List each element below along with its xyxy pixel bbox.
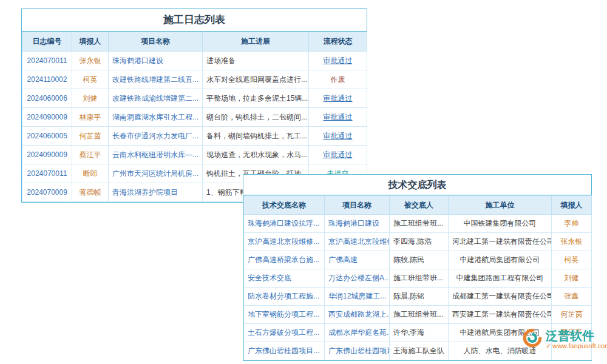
table-row: 2024070011张永银珠海鹤港口建设进场准备审批通过 [22, 52, 367, 70]
disclosee-cell: 施工班组带班... [390, 215, 449, 233]
column-header: 日志编号 [22, 32, 72, 52]
disclosee-cell: 施工班组带班... [390, 269, 449, 288]
column-header: 被交底人 [390, 196, 449, 215]
project-name-cell[interactable]: 万达办公楼左侧A... [325, 269, 390, 288]
log-id-cell[interactable]: 2024070011 [22, 164, 72, 183]
project-name-cell[interactable]: 改建铁路成渝线增建第二... [109, 89, 203, 108]
project-name-cell[interactable]: 广东佛山碧桂园项目 [325, 342, 390, 360]
disclosure-name-cell[interactable]: 广佛高速桥梁承台施... [244, 251, 325, 269]
reporter-cell: 何芷茵 [72, 127, 109, 146]
brand-name: 泛普软件 [546, 329, 607, 342]
construction-unit-cell: 河北建工第一建筑有限责任公司 [449, 233, 552, 251]
reporter-cell: 刘健 [552, 269, 592, 288]
project-name-cell[interactable]: 广佛高速 [325, 251, 390, 269]
table-header-row: 技术交底名称项目名称被交底人施工单位填报人 [244, 196, 592, 215]
project-name-cell[interactable]: 西安成都路龙湖上... [325, 306, 390, 324]
reporter-cell: 林康平 [72, 108, 109, 127]
status-cell[interactable]: 审批通过 [309, 127, 367, 146]
column-header: 流程状态 [309, 32, 367, 52]
reporter-cell: 柯英 [552, 251, 592, 269]
table-row: 2024110002柯英改建铁路线增建第二线直...水车对全线遮阳网覆盖点进行.… [22, 70, 367, 89]
disclosee-cell: 王海施工队全队 [390, 342, 449, 360]
construction-unit-cell: 中建集团路面工程有限公司 [449, 269, 552, 288]
table-row: 2024060006刘健改建铁路成渝线增建第二...平整场地，拉走多余泥土15辆… [22, 89, 367, 108]
table-row: 广佛高速桥梁承台施...广佛高速陈牧,陈民中建港航局集团有限公司柯英 [244, 251, 592, 269]
project-name-cell[interactable]: 湖南洞庭湖水库引水工程... [109, 108, 203, 127]
log-id-cell[interactable]: 2024070011 [22, 52, 72, 70]
table-header-row: 日志编号填报人项目名称施工进展流程状态 [22, 32, 367, 52]
reporter-cell: 张永银 [552, 233, 592, 251]
log-id-cell[interactable]: 2024090009 [22, 108, 72, 127]
project-name-cell[interactable]: 成都水岸华庭名苑... [325, 324, 390, 342]
disclosee-cell: 李四海,陈浩 [390, 233, 449, 251]
status-cell[interactable]: 审批通过 [309, 52, 367, 70]
column-header: 项目名称 [109, 32, 203, 52]
reporter-cell: 蒋德帧 [72, 183, 109, 202]
project-name-cell[interactable]: 京沪高速北京段维修 [325, 233, 390, 251]
table-row: 2024090009蔡江平云南水利枢纽潜明水库—...现场巡查，无积水现象，水马… [22, 146, 367, 164]
reporter-cell: 李帅 [552, 215, 592, 233]
table-row: 地下室钢筋分项工程...西安成都路龙湖上...施工班组带班...西安建工第一建筑… [244, 306, 592, 324]
table-row: 防水卷材分项工程施...华润12城房建工...陈晨,陈铭成都建工第一建筑有限责任… [244, 288, 592, 306]
log-id-cell[interactable]: 2024110002 [22, 70, 72, 89]
disclosure-name-cell[interactable]: 防水卷材分项工程施... [244, 288, 325, 306]
disclosure-name-cell[interactable]: 土石方爆破分项工程... [244, 324, 325, 342]
progress-cell: 现场巡查，无积水现象，水马... [203, 146, 309, 164]
table-row: 安全技术交底万达办公楼左侧A...施工班组带班...中建集团路面工程有限公司刘健 [244, 269, 592, 288]
column-header: 施工单位 [449, 196, 552, 215]
log-id-cell[interactable]: 2024090009 [22, 146, 72, 164]
page-title: 技术交底列表 [243, 175, 591, 195]
disclosee-cell: 许华,李海 [390, 324, 449, 342]
construction-unit-cell: 成都建工第一建筑有限责任公司 [449, 288, 552, 306]
construction-unit-cell: 中国铁建集团有限公司 [449, 215, 552, 233]
disclosure-name-cell[interactable]: 珠海鹤港口建设抗浮... [244, 215, 325, 233]
reporter-cell: 张鑫 [552, 288, 592, 306]
status-cell[interactable]: 审批通过 [309, 108, 367, 127]
disclosee-cell: 陈牧,陈民 [390, 251, 449, 269]
project-name-cell[interactable]: 长春市伊通河水力发电厂... [109, 127, 203, 146]
brand-url: ✓ www.fanpusoft.com [546, 342, 607, 349]
reporter-cell: 断郎 [72, 164, 109, 183]
log-id-cell[interactable]: 2024060006 [22, 89, 72, 108]
project-name-cell[interactable]: 珠海鹤港口建设 [109, 52, 203, 70]
project-name-cell[interactable]: 青海洪湖养护院项目 [109, 183, 203, 202]
progress-cell: 备料，砌间墙钩机排土，瓦工... [203, 127, 309, 146]
disclosure-name-cell[interactable]: 安全技术交底 [244, 269, 325, 288]
progress-cell: 水车对全线遮阳网覆盖点进行... [203, 70, 309, 89]
log-id-cell[interactable]: 2024060005 [22, 127, 72, 146]
project-name-cell[interactable]: 广州市天河区统计局机房... [109, 164, 203, 183]
construction-unit-cell: 西安建工第一建筑有限责任公司 [449, 306, 552, 324]
column-header: 填报人 [552, 196, 592, 215]
reporter-cell: 张永银 [72, 52, 109, 70]
check-icon: ✓ [546, 342, 551, 349]
disclosee-cell: 施工班组带班... [390, 306, 449, 324]
reporter-cell: 柯英 [72, 70, 109, 89]
project-name-cell[interactable]: 改建铁路线增建第二线直... [109, 70, 203, 89]
table-row: 京沪高速北京段维修...京沪高速北京段维修李四海,陈浩河北建工第一建筑有限责任公… [244, 233, 592, 251]
status-cell[interactable]: 审批通过 [309, 89, 367, 108]
project-name-cell[interactable]: 云南水利枢纽潜明水库—... [109, 146, 203, 164]
construction-log-window: 施工日志列表 日志编号填报人项目名称施工进展流程状态 2024070011张永银… [21, 8, 367, 203]
page-title: 施工日志列表 [22, 9, 367, 32]
progress-cell: 平整场地，拉走多余泥土15辆... [203, 89, 309, 108]
status-cell[interactable]: 作废 [309, 70, 367, 89]
reporter-cell: 何芷茵 [552, 306, 592, 324]
project-name-cell[interactable]: 珠海鹤港口建设 [325, 215, 390, 233]
column-header: 施工进展 [203, 32, 309, 52]
disclosure-name-cell[interactable]: 广东佛山碧桂园项目... [244, 342, 325, 360]
project-name-cell[interactable]: 华润12城房建工... [325, 288, 390, 306]
disclosee-cell: 陈晨,陈铭 [390, 288, 449, 306]
log-id-cell[interactable]: 2024070009 [22, 183, 72, 202]
table-row: 2024090009林康平湖南洞庭湖水库引水工程...砌台阶，钩机排土，二包砌间… [22, 108, 367, 127]
reporter-cell: 刘健 [72, 89, 109, 108]
column-header: 项目名称 [325, 196, 390, 215]
disclosure-name-cell[interactable]: 京沪高速北京段维修... [244, 233, 325, 251]
vendor-watermark: 泛普软件 ✓ www.fanpusoft.com [522, 328, 607, 351]
construction-unit-cell: 中建港航局集团有限公司 [449, 251, 552, 269]
reporter-cell: 蔡江平 [72, 146, 109, 164]
fanpu-logo-icon [522, 328, 543, 351]
status-cell[interactable]: 审批通过 [309, 146, 367, 164]
progress-cell: 进场准备 [203, 52, 309, 70]
disclosure-name-cell[interactable]: 地下室钢筋分项工程... [244, 306, 325, 324]
column-header: 技术交底名称 [244, 196, 325, 215]
